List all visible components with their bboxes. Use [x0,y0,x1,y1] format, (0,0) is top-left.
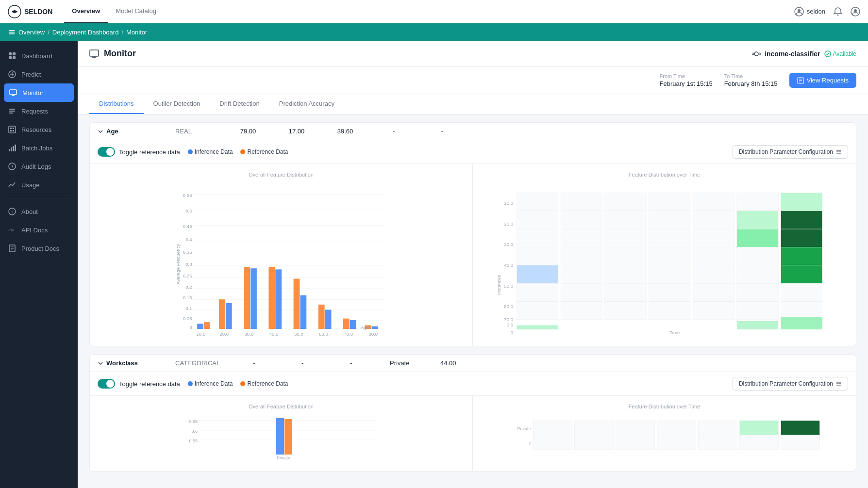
sidebar-item-dashboard[interactable]: Dashboard [0,47,78,65]
tab-prediction-accuracy[interactable]: Prediction Accuracy [269,94,344,114]
age-val4: - [379,128,408,135]
sidebar-item-about[interactable]: i About [0,202,78,221]
svg-text:0.5: 0.5 [185,208,192,213]
svg-rect-9 [9,52,12,55]
sidebar-item-batch-jobs[interactable]: Batch Jobs [0,139,78,157]
workclass-bar-chart-svg: 0.65 0.6 0.55 Private [98,413,465,462]
svg-rect-85 [226,303,232,329]
time-controls: From Time February 1st 15:15 To Time Feb… [78,67,868,94]
to-time-label: To Time [724,73,778,79]
age-val3: 39.60 [331,128,360,135]
nav-tab-overview[interactable]: Overview [64,0,108,23]
svg-rect-161 [737,301,778,319]
workclass-type: CATEGORICAL [175,359,220,367]
workclass-chart1-title: Overall Feature Distribution [98,404,465,409]
svg-text:0.5: 0.5 [507,322,513,327]
age-config-button[interactable]: Distribution Parameter Configuration [733,145,848,159]
sidebar-item-product-docs[interactable]: Product Docs [0,239,78,258]
workclass-inference-legend: Inference Data [188,380,233,387]
product-docs-icon [8,244,17,253]
age-toggle-label: Toggle reference data [119,148,180,156]
bell-icon[interactable] [833,7,843,16]
svg-rect-158 [605,301,646,319]
svg-text:0.6: 0.6 [191,429,198,434]
age-time-chart-svg: 10.0 20.0 30.0 40.0 50.0 60.0 70.0 [481,181,848,337]
svg-rect-154 [737,283,778,301]
chevron-down-icon-2[interactable] [98,360,103,366]
predict-icon [8,70,17,79]
svg-text:0.55: 0.55 [183,193,192,198]
workclass-val3: - [336,359,366,367]
svg-rect-134 [781,229,822,247]
page-title-group: Monitor [89,49,136,59]
tab-outlier-detection[interactable]: Outlier Detection [144,94,210,114]
breadcrumb-item-monitor[interactable]: Monitor [126,29,147,36]
batch-jobs-icon [8,144,17,152]
account-icon[interactable] [851,7,860,16]
sidebar-item-predict[interactable]: Predict [0,65,78,83]
svg-text:?: ? [528,441,531,446]
breadcrumb-item-dashboard[interactable]: Deployment Dashboard [52,29,119,36]
svg-rect-180 [284,419,292,455]
sidebar-item-audit-logs[interactable]: Audit Logs [0,157,78,176]
svg-rect-196 [740,435,779,450]
tab-distributions[interactable]: Distributions [89,94,144,114]
svg-rect-190 [781,421,820,435]
svg-text:50.0: 50.0 [294,331,303,337]
svg-rect-138 [649,247,690,265]
view-requests-button[interactable]: View Requests [789,73,856,88]
age-feature-header: Age REAL 79.00 17.00 39.60 - - [90,123,856,140]
svg-text:30.0: 30.0 [245,331,254,337]
svg-rect-129 [561,229,602,247]
svg-text:Age: Age [361,325,369,330]
menu-lines-icon [836,149,842,155]
age-val2: 17.00 [282,128,311,135]
dashboard-icon [8,51,17,60]
svg-text:Instances: Instances [496,275,501,295]
svg-text:60.0: 60.0 [504,304,513,309]
tabs-bar: Distributions Outlier Detection Drift De… [78,94,868,114]
svg-rect-141 [781,247,822,265]
svg-rect-179 [276,418,284,455]
svg-rect-120 [781,193,822,211]
svg-rect-8 [9,33,15,34]
sidebar-item-api-docs[interactable]: HTTP API Docs [0,221,78,239]
breadcrumb-item-overview[interactable]: Overview [18,29,45,36]
reference-dot [240,149,245,154]
sidebar-item-usage[interactable]: Usage [0,176,78,194]
from-time-value: February 1st 15:15 [660,80,713,87]
age-reference-label: Reference Data [247,148,288,155]
svg-text:0.45: 0.45 [183,224,192,229]
age-toggle[interactable] [98,147,115,157]
top-nav-right: seldon [794,7,860,16]
chevron-down-icon[interactable] [98,129,103,134]
workclass-chart-controls: Toggle reference data Inference Data Ref… [90,372,856,396]
svg-rect-186 [616,421,655,435]
to-time-group: To Time February 8th 15:15 [724,73,778,87]
sidebar-item-resources[interactable]: Resources [0,120,78,139]
svg-rect-194 [657,435,696,450]
nav-tab-model-catalog[interactable]: Model Catalog [108,0,164,23]
svg-rect-152 [649,283,690,301]
workclass-config-button[interactable]: Distribution Parameter Configuration [733,377,848,390]
age-inference-legend: Inference Data [188,148,233,155]
svg-text:20.0: 20.0 [219,331,229,337]
svg-rect-91 [300,295,306,329]
sidebar-item-monitor[interactable]: Monitor [4,83,74,102]
svg-rect-187 [657,421,696,435]
svg-rect-90 [294,279,300,329]
available-badge: Available [824,50,856,57]
workclass-toggle[interactable] [98,379,115,389]
svg-rect-130 [605,229,646,247]
svg-text:0.55: 0.55 [189,439,198,443]
checkmark-icon [824,50,831,57]
svg-rect-114 [517,193,558,211]
svg-text:30.0: 30.0 [504,242,513,247]
age-bar-chart-svg: 0.55 0.5 0.45 0.4 0.35 0.3 0.25 0.2 0.15… [98,181,465,337]
svg-rect-132 [693,229,734,247]
workclass-toggle-group: Toggle reference data [98,379,180,389]
tab-drift-detection[interactable]: Drift Detection [210,94,269,114]
sidebar-item-requests[interactable]: Requests [0,102,78,120]
svg-rect-197 [781,435,820,450]
breadcrumb: Overview / Deployment Dashboard / Monito… [0,23,868,41]
